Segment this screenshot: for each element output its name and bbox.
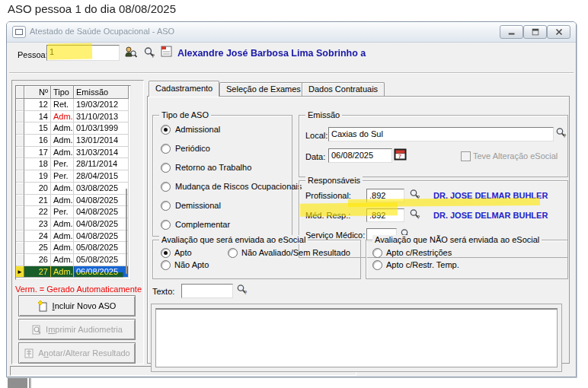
- servico-medico-label: Serviço Médico:: [305, 231, 365, 240]
- cell-numero: 19: [24, 170, 51, 183]
- radio-icon: [161, 163, 171, 173]
- cell-emissao: 05/08/2025: [74, 242, 129, 254]
- groupbox-title: Tipo de ASO: [159, 110, 211, 119]
- radio-icon: [161, 220, 171, 230]
- red-legend: Verm. = Gerado Automaticamente: [15, 285, 142, 294]
- cell-emissao: 04/08/2025: [74, 206, 129, 218]
- lookup-icon[interactable]: ?: [555, 127, 567, 140]
- radio-icon: [161, 201, 171, 211]
- table-row[interactable]: 18Per.28/11/2014: [16, 158, 130, 170]
- window-title: Atestado de Saúde Ocupacional - ASO: [30, 27, 174, 36]
- cell-emissao: 04/08/2025: [74, 195, 129, 207]
- tab-dados-contratuais[interactable]: Dados Contratuais: [302, 82, 385, 96]
- cell-tipo: Adm.: [51, 195, 74, 207]
- texto-input[interactable]: [181, 284, 233, 298]
- table-row[interactable]: 15Adm.01/03/1999: [16, 122, 130, 135]
- row-indicator: [16, 135, 24, 147]
- radio-icon: [228, 248, 238, 258]
- groupbox-avaliacao-nao-esocial: Avaliação que NÃO será enviada ao eSocia…: [366, 240, 568, 279]
- row-indicator-arrow: ►: [16, 266, 24, 278]
- table-row[interactable]: 19Per.28/04/2015: [16, 170, 130, 183]
- texto-label: Texto:: [152, 287, 174, 296]
- cell-tipo: Per.: [51, 170, 74, 183]
- header-emissao[interactable]: Emissão: [74, 86, 129, 99]
- teve-alteracao-esocial-checkbox[interactable]: [461, 151, 471, 161]
- tab-cadastramento[interactable]: Cadastramento: [149, 81, 219, 97]
- header-tipo[interactable]: Tipo: [51, 86, 74, 99]
- lookup-icon[interactable]: ?: [409, 208, 420, 221]
- button-label: Anotar/Alterar Resultado: [38, 348, 129, 358]
- cell-emissao: 13/01/2014: [74, 135, 129, 147]
- divider: [9, 72, 574, 74]
- radio-icon: [161, 182, 171, 192]
- app-icon: [12, 26, 26, 38]
- person-record-icon[interactable]: [161, 46, 174, 59]
- tab-page-cadastramento: Tipo de ASO Admissional Periódico Retorn…: [147, 96, 570, 364]
- table-row[interactable]: 17Adm.31/03/2014: [16, 147, 130, 159]
- page-title: ASO pessoa 1 do dia 08/08/2025: [8, 2, 176, 15]
- table-row[interactable]: 16Adm.13/01/2014: [16, 135, 130, 147]
- table-row[interactable]: 20Adm.03/08/2025: [16, 183, 130, 195]
- app-window: Atestado de Saúde Ocupacional - ASO Pess…: [6, 21, 577, 377]
- cell-emissao: 04/08/2025: [74, 231, 129, 243]
- cell-tipo: Adm.: [51, 218, 74, 231]
- table-row[interactable]: 26Adm.05/08/2025: [16, 254, 130, 266]
- table-row[interactable]: 24Adm.04/08/2025: [16, 231, 130, 243]
- svg-text:?: ?: [417, 215, 420, 220]
- cell-numero: 22: [24, 206, 51, 218]
- grid-scrollbar[interactable]: [126, 189, 127, 274]
- row-indicator: [16, 242, 24, 254]
- close-icon: [555, 29, 562, 36]
- radio-icon: [161, 248, 171, 258]
- groupbox-emissao: Emissão Local: Caxias do Sul ? Data: 06/…: [299, 115, 568, 177]
- person-input[interactable]: 1: [46, 45, 120, 61]
- anotar-alterar-resultado-button[interactable]: Anotar/Alterar Resultado: [18, 342, 136, 364]
- row-indicator: [16, 183, 24, 195]
- table-row[interactable]: 14Adm.31/10/2013: [16, 111, 130, 123]
- cell-tipo: Adm.: [51, 183, 74, 195]
- lookup-icon[interactable]: ?: [143, 46, 156, 59]
- incluir-novo-aso-button[interactable]: Incluir Novo ASO: [18, 295, 136, 316]
- cell-tipo: Per.: [51, 158, 74, 170]
- svg-text:?: ?: [152, 53, 155, 59]
- imprimir-audiometria-button[interactable]: Imprimir Audiometria: [18, 319, 136, 340]
- groupbox-title: Responsáveis: [305, 176, 363, 185]
- row-indicator: [16, 218, 24, 231]
- cell-tipo: Adm.: [51, 254, 74, 266]
- header-numero[interactable]: Nº: [24, 86, 51, 99]
- table-row[interactable]: 21Adm.04/08/2025: [16, 195, 130, 207]
- local-input[interactable]: Caxias do Sul: [328, 127, 554, 142]
- cell-tipo: Adm.: [51, 122, 74, 135]
- cell-numero: 27: [24, 266, 51, 278]
- svg-text:?: ?: [564, 133, 567, 138]
- lookup-icon[interactable]: ?: [236, 284, 248, 297]
- data-input[interactable]: 06/08/2025: [328, 148, 392, 163]
- person-search-icon[interactable]: [124, 46, 137, 59]
- table-row[interactable]: 25Adm.05/08/2025: [16, 242, 130, 254]
- row-indicator: [16, 122, 24, 135]
- cell-numero: 25: [24, 242, 51, 254]
- table-row[interactable]: 22Per.04/08/2025: [16, 206, 130, 218]
- cell-emissao: 06/08/2025: [74, 266, 129, 278]
- table-row-selected[interactable]: ► 27 Adm. 06/08/2025: [16, 266, 130, 278]
- table-row[interactable]: 23Adm.04/08/2025: [16, 218, 130, 231]
- maximize-button[interactable]: [523, 25, 547, 39]
- texto-memo[interactable]: [155, 308, 558, 367]
- cell-tipo: Adm.: [51, 111, 74, 123]
- radio-icon: [161, 260, 171, 270]
- med-resp-input[interactable]: .892: [366, 208, 404, 222]
- profissional-input[interactable]: .892: [366, 189, 404, 202]
- table-row[interactable]: 12Ret.19/03/2012: [16, 99, 130, 111]
- cell-numero: 20: [24, 183, 51, 195]
- cell-emissao: 31/10/2013: [74, 111, 129, 123]
- title-bar: Atestado de Saúde Ocupacional - ASO: [7, 22, 576, 43]
- groupbox-title: Avaliação que será enviada ao eSocial: [159, 235, 308, 244]
- calendar-icon[interactable]: 7: [394, 148, 407, 163]
- lookup-icon[interactable]: ?: [409, 189, 420, 202]
- cell-tipo: Adm.: [51, 147, 74, 159]
- tab-selecao-de-exames[interactable]: Seleção de Exames: [219, 82, 308, 96]
- minimize-button[interactable]: [500, 25, 523, 39]
- med-resp-label: Méd. Resp.:: [305, 211, 350, 220]
- close-button[interactable]: [547, 25, 570, 39]
- person-name: Alexandre José Barbosa Lima Sobrinho a: [177, 48, 366, 59]
